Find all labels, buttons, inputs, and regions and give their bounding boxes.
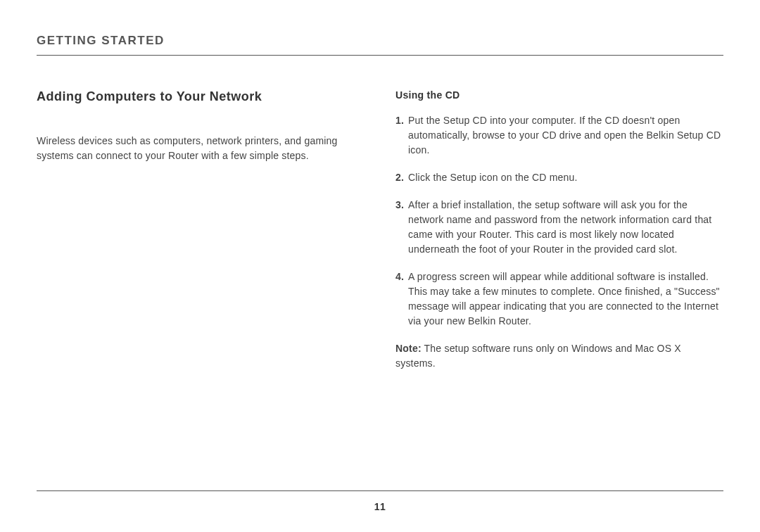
subsection-title: Adding Computers to Your Network <box>37 89 367 104</box>
section-header: GETTING STARTED <box>37 34 723 56</box>
note-block: Note: The setup software runs only on Wi… <box>395 341 723 371</box>
right-column-title: Using the CD <box>395 89 723 101</box>
step-number: 4. <box>395 270 408 329</box>
step-text: A progress screen will appear while addi… <box>408 270 723 329</box>
step-text: Put the Setup CD into your computer. If … <box>408 113 723 158</box>
footer-divider <box>37 490 723 491</box>
note-text: The setup software runs only on Windows … <box>395 343 681 369</box>
step-item: 1. Put the Setup CD into your computer. … <box>395 113 723 158</box>
page-number: 11 <box>0 501 760 512</box>
left-column: Adding Computers to Your Network Wireles… <box>37 89 367 371</box>
step-item: 2. Click the Setup icon on the CD menu. <box>395 170 723 185</box>
note-label: Note: <box>395 343 422 354</box>
step-number: 2. <box>395 170 408 185</box>
step-text: After a brief installation, the setup so… <box>408 198 723 257</box>
step-item: 4. A progress screen will appear while a… <box>395 270 723 329</box>
intro-paragraph: Wireless devices such as computers, netw… <box>37 134 367 163</box>
content-area: Adding Computers to Your Network Wireles… <box>37 89 723 371</box>
step-number: 1. <box>395 113 408 158</box>
right-column: Using the CD 1. Put the Setup CD into yo… <box>395 89 723 371</box>
step-text: Click the Setup icon on the CD menu. <box>408 170 723 185</box>
step-number: 3. <box>395 198 408 257</box>
step-item: 3. After a brief installation, the setup… <box>395 198 723 257</box>
